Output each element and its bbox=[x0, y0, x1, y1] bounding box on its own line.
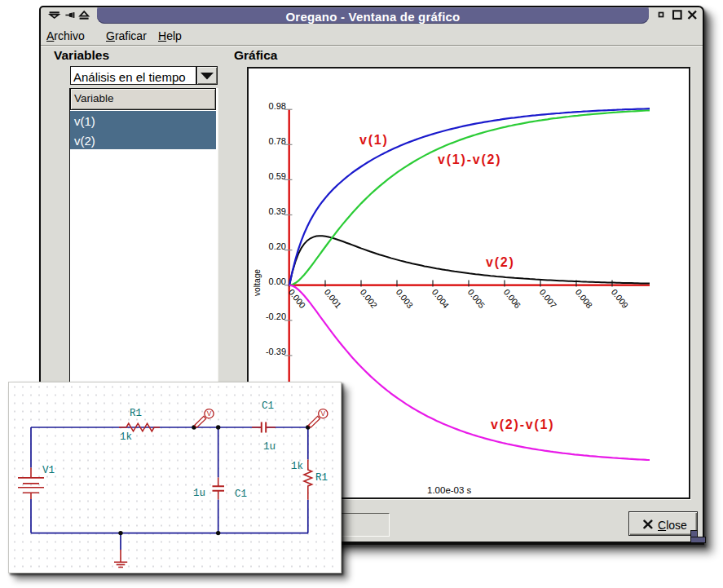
svg-text:V: V bbox=[320, 409, 325, 418]
svg-text:V: V bbox=[207, 409, 212, 418]
